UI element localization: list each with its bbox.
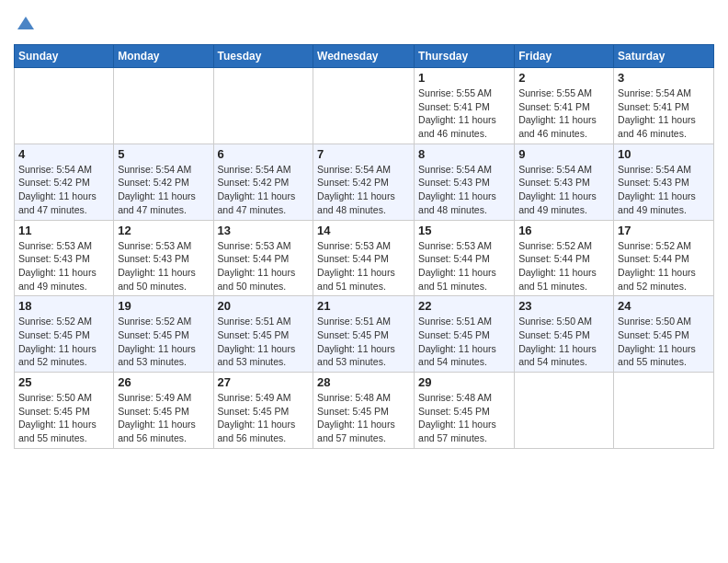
day-info: Sunrise: 5:48 AM Sunset: 5:45 PM Dayligh… xyxy=(418,391,510,445)
day-number: 18 xyxy=(18,299,109,313)
calendar-week-row: 18Sunrise: 5:52 AM Sunset: 5:45 PM Dayli… xyxy=(15,296,714,373)
day-number: 26 xyxy=(118,375,209,389)
weekday-header: Wednesday xyxy=(313,45,415,68)
calendar-cell: 20Sunrise: 5:51 AM Sunset: 5:45 PM Dayli… xyxy=(213,296,313,373)
day-number: 4 xyxy=(18,147,109,161)
day-info: Sunrise: 5:54 AM Sunset: 5:42 PM Dayligh… xyxy=(218,163,310,217)
day-info: Sunrise: 5:54 AM Sunset: 5:43 PM Dayligh… xyxy=(518,163,609,217)
day-info: Sunrise: 5:50 AM Sunset: 5:45 PM Dayligh… xyxy=(518,315,609,369)
calendar-cell: 21Sunrise: 5:51 AM Sunset: 5:45 PM Dayli… xyxy=(313,296,415,373)
calendar-cell xyxy=(213,68,313,144)
day-info: Sunrise: 5:52 AM Sunset: 5:45 PM Dayligh… xyxy=(118,315,209,369)
day-number: 16 xyxy=(518,224,609,237)
day-info: Sunrise: 5:51 AM Sunset: 5:45 PM Dayligh… xyxy=(218,315,310,369)
weekday-header: Saturday xyxy=(614,45,714,68)
day-number: 24 xyxy=(618,299,710,313)
calendar-cell: 24Sunrise: 5:50 AM Sunset: 5:45 PM Dayli… xyxy=(614,296,714,373)
day-info: Sunrise: 5:51 AM Sunset: 5:45 PM Dayligh… xyxy=(317,315,410,369)
weekday-header: Monday xyxy=(114,45,213,68)
day-info: Sunrise: 5:52 AM Sunset: 5:44 PM Dayligh… xyxy=(618,239,710,293)
day-number: 29 xyxy=(418,375,510,389)
calendar-week-row: 1Sunrise: 5:55 AM Sunset: 5:41 PM Daylig… xyxy=(15,68,714,144)
calendar-cell: 11Sunrise: 5:53 AM Sunset: 5:43 PM Dayli… xyxy=(15,220,114,296)
day-info: Sunrise: 5:54 AM Sunset: 5:42 PM Dayligh… xyxy=(18,163,109,217)
day-number: 23 xyxy=(518,299,609,313)
day-number: 6 xyxy=(218,147,310,161)
day-info: Sunrise: 5:55 AM Sunset: 5:41 PM Dayligh… xyxy=(518,86,609,141)
calendar-cell: 10Sunrise: 5:54 AM Sunset: 5:43 PM Dayli… xyxy=(614,144,714,220)
day-info: Sunrise: 5:48 AM Sunset: 5:45 PM Dayligh… xyxy=(317,391,410,445)
calendar-table: SundayMondayTuesdayWednesdayThursdayFrid… xyxy=(14,44,714,449)
day-number: 17 xyxy=(618,224,710,237)
day-info: Sunrise: 5:52 AM Sunset: 5:45 PM Dayligh… xyxy=(18,315,109,369)
day-info: Sunrise: 5:51 AM Sunset: 5:45 PM Dayligh… xyxy=(418,315,510,369)
day-number: 27 xyxy=(218,375,310,389)
calendar-cell xyxy=(313,68,415,144)
calendar-cell: 2Sunrise: 5:55 AM Sunset: 5:41 PM Daylig… xyxy=(515,68,614,144)
svg-marker-0 xyxy=(17,17,34,29)
day-number: 8 xyxy=(418,147,510,161)
logo-text xyxy=(14,13,36,37)
calendar-cell: 5Sunrise: 5:54 AM Sunset: 5:42 PM Daylig… xyxy=(114,144,213,220)
day-info: Sunrise: 5:54 AM Sunset: 5:41 PM Dayligh… xyxy=(618,86,710,141)
day-number: 3 xyxy=(618,71,710,85)
day-info: Sunrise: 5:49 AM Sunset: 5:45 PM Dayligh… xyxy=(118,391,209,445)
calendar-cell: 13Sunrise: 5:53 AM Sunset: 5:44 PM Dayli… xyxy=(213,220,313,296)
day-info: Sunrise: 5:54 AM Sunset: 5:43 PM Dayligh… xyxy=(618,163,710,217)
calendar-cell: 29Sunrise: 5:48 AM Sunset: 5:45 PM Dayli… xyxy=(415,373,515,449)
calendar-cell: 17Sunrise: 5:52 AM Sunset: 5:44 PM Dayli… xyxy=(614,220,714,296)
logo xyxy=(14,13,36,37)
calendar-cell: 8Sunrise: 5:54 AM Sunset: 5:43 PM Daylig… xyxy=(415,144,515,220)
calendar-cell xyxy=(614,373,714,449)
calendar-cell: 4Sunrise: 5:54 AM Sunset: 5:42 PM Daylig… xyxy=(15,144,114,220)
calendar-week-row: 25Sunrise: 5:50 AM Sunset: 5:45 PM Dayli… xyxy=(15,373,714,449)
day-info: Sunrise: 5:54 AM Sunset: 5:43 PM Dayligh… xyxy=(418,163,510,217)
day-number: 13 xyxy=(218,224,310,237)
calendar-cell: 18Sunrise: 5:52 AM Sunset: 5:45 PM Dayli… xyxy=(15,296,114,373)
day-number: 25 xyxy=(18,375,109,389)
day-info: Sunrise: 5:50 AM Sunset: 5:45 PM Dayligh… xyxy=(618,315,710,369)
weekday-header-row: SundayMondayTuesdayWednesdayThursdayFrid… xyxy=(15,45,714,68)
day-number: 28 xyxy=(317,375,410,389)
calendar-cell xyxy=(15,68,114,144)
day-info: Sunrise: 5:54 AM Sunset: 5:42 PM Dayligh… xyxy=(118,163,209,217)
day-number: 10 xyxy=(618,147,710,161)
day-number: 14 xyxy=(317,224,410,237)
day-number: 1 xyxy=(418,71,510,85)
calendar-cell: 16Sunrise: 5:52 AM Sunset: 5:44 PM Dayli… xyxy=(515,220,614,296)
page-header xyxy=(14,9,714,37)
weekday-header: Tuesday xyxy=(213,45,313,68)
day-number: 19 xyxy=(118,299,209,313)
day-number: 9 xyxy=(518,147,609,161)
day-number: 22 xyxy=(418,299,510,313)
calendar-cell: 19Sunrise: 5:52 AM Sunset: 5:45 PM Dayli… xyxy=(114,296,213,373)
calendar-cell: 25Sunrise: 5:50 AM Sunset: 5:45 PM Dayli… xyxy=(15,373,114,449)
day-info: Sunrise: 5:55 AM Sunset: 5:41 PM Dayligh… xyxy=(418,86,510,141)
day-info: Sunrise: 5:53 AM Sunset: 5:44 PM Dayligh… xyxy=(218,239,310,293)
day-number: 12 xyxy=(118,224,209,237)
calendar-week-row: 4Sunrise: 5:54 AM Sunset: 5:42 PM Daylig… xyxy=(15,144,714,220)
calendar-cell: 7Sunrise: 5:54 AM Sunset: 5:42 PM Daylig… xyxy=(313,144,415,220)
day-info: Sunrise: 5:50 AM Sunset: 5:45 PM Dayligh… xyxy=(18,391,109,445)
day-number: 11 xyxy=(18,224,109,237)
calendar-cell: 26Sunrise: 5:49 AM Sunset: 5:45 PM Dayli… xyxy=(114,373,213,449)
day-info: Sunrise: 5:53 AM Sunset: 5:44 PM Dayligh… xyxy=(317,239,410,293)
day-number: 15 xyxy=(418,224,510,237)
calendar-cell: 15Sunrise: 5:53 AM Sunset: 5:44 PM Dayli… xyxy=(415,220,515,296)
calendar-cell: 1Sunrise: 5:55 AM Sunset: 5:41 PM Daylig… xyxy=(415,68,515,144)
calendar-cell: 27Sunrise: 5:49 AM Sunset: 5:45 PM Dayli… xyxy=(213,373,313,449)
day-number: 5 xyxy=(118,147,209,161)
day-info: Sunrise: 5:53 AM Sunset: 5:43 PM Dayligh… xyxy=(118,239,209,293)
day-number: 21 xyxy=(317,299,410,313)
day-info: Sunrise: 5:53 AM Sunset: 5:44 PM Dayligh… xyxy=(418,239,510,293)
calendar-cell: 14Sunrise: 5:53 AM Sunset: 5:44 PM Dayli… xyxy=(313,220,415,296)
day-info: Sunrise: 5:54 AM Sunset: 5:42 PM Dayligh… xyxy=(317,163,410,217)
day-info: Sunrise: 5:53 AM Sunset: 5:43 PM Dayligh… xyxy=(18,239,109,293)
calendar-cell xyxy=(515,373,614,449)
calendar-cell: 23Sunrise: 5:50 AM Sunset: 5:45 PM Dayli… xyxy=(515,296,614,373)
calendar-cell: 12Sunrise: 5:53 AM Sunset: 5:43 PM Dayli… xyxy=(114,220,213,296)
day-info: Sunrise: 5:52 AM Sunset: 5:44 PM Dayligh… xyxy=(518,239,609,293)
calendar-cell: 28Sunrise: 5:48 AM Sunset: 5:45 PM Dayli… xyxy=(313,373,415,449)
logo-icon xyxy=(16,13,36,33)
calendar-week-row: 11Sunrise: 5:53 AM Sunset: 5:43 PM Dayli… xyxy=(15,220,714,296)
